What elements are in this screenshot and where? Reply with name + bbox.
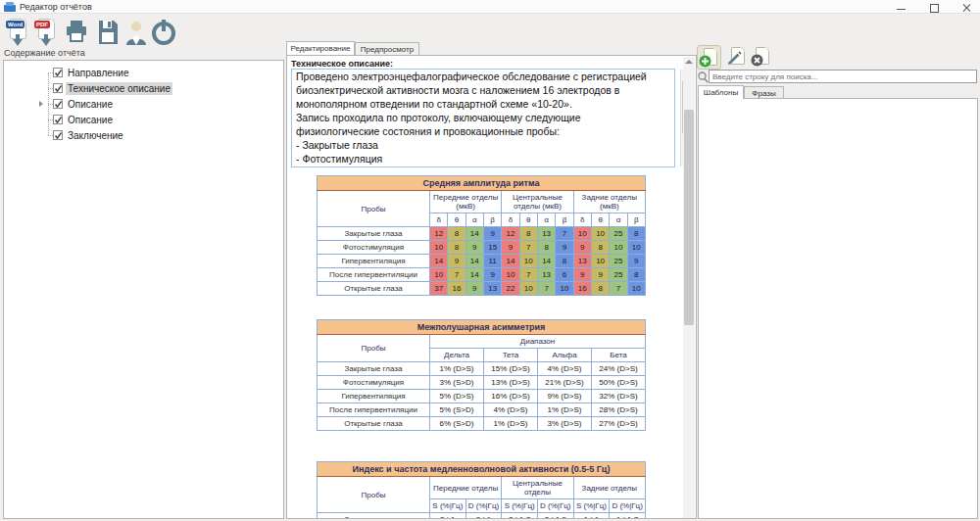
- table-group-header: Передние отделы: [430, 477, 502, 499]
- table-group-header: Центральные отделы (мкВ): [502, 191, 573, 213]
- table-cell: 27% (D>S): [592, 417, 646, 431]
- table-cell: 1% (D>S): [538, 403, 592, 417]
- table-cell: 10: [430, 241, 448, 255]
- table-cell: 8: [448, 227, 466, 241]
- table-subcol-header: β: [556, 213, 573, 227]
- table-cell: 5% (D>S): [430, 390, 484, 403]
- table-cell: 13: [573, 255, 591, 268]
- table-cell: 14: [466, 268, 483, 282]
- checkbox[interactable]: [53, 99, 63, 109]
- table-row-label: Фотостимуляция: [318, 376, 430, 390]
- table-cell: 8: [627, 227, 645, 241]
- table-cell: 4% (D>S): [538, 362, 592, 376]
- table-title: Межполушарная асимметрия: [318, 320, 646, 335]
- expander-icon[interactable]: [39, 101, 43, 107]
- table-cell: 13: [537, 227, 555, 241]
- checkbox[interactable]: [53, 68, 63, 77]
- table-cell: 10: [610, 241, 627, 255]
- search-input[interactable]: [709, 70, 977, 83]
- x-circle-icon: [751, 54, 763, 67]
- tab-editing[interactable]: Редактирование: [286, 41, 355, 55]
- check-icon: [54, 84, 63, 93]
- table-subcol-header: α: [466, 213, 483, 227]
- table-cell: 50% (D>S): [592, 376, 646, 390]
- table-title: Индекс и частота медленноволновой активн…: [318, 462, 646, 477]
- report-table: Межполушарная асимметрияПробыДиапазонДел…: [317, 319, 646, 431]
- table-cell: 3 | 1: [466, 513, 502, 520]
- table-row-label: Открытые глаза: [318, 417, 430, 431]
- table-cell: 11: [483, 255, 501, 268]
- table-cell: 7: [519, 241, 537, 255]
- table-cell: 7: [610, 282, 627, 296]
- table-cell: 7: [556, 227, 573, 241]
- table-subcol-header: Дельта: [430, 349, 484, 362]
- checkbox[interactable]: [53, 115, 63, 124]
- table-subcol-header: S (%|Гц): [502, 499, 538, 513]
- power-icon: [150, 18, 177, 47]
- table-cell: 14: [502, 255, 519, 268]
- table-cell: 25: [610, 255, 627, 268]
- table-row-label: Открытые глаза: [318, 282, 430, 296]
- word-badge: Word: [6, 21, 24, 28]
- sidebar-item[interactable]: Направление: [43, 65, 175, 80]
- export-pdf-button[interactable]: PDF: [34, 18, 61, 51]
- printer-icon: [64, 18, 89, 47]
- table-cell: 5% (S>D): [430, 403, 484, 417]
- table-subcol-header: S (%|Гц): [573, 499, 610, 513]
- delete-template-button[interactable]: [750, 45, 774, 70]
- edit-template-button[interactable]: [725, 45, 750, 70]
- table-row-label: Гипервентиляция: [318, 390, 430, 403]
- patient-button[interactable]: [122, 18, 149, 51]
- scroll-up-icon[interactable]: [685, 60, 693, 64]
- sidebar-item[interactable]: Техническое описание: [43, 80, 175, 96]
- sidebar-item-label: Направление: [66, 67, 130, 79]
- sidebar-item[interactable]: Описание: [43, 96, 175, 112]
- pdf-badge: PDF: [34, 21, 50, 28]
- app-icon: [4, 2, 16, 12]
- table-cell: 10: [591, 227, 609, 241]
- table-cell: 8: [556, 255, 573, 268]
- table-cell: 8: [627, 268, 645, 282]
- close-button[interactable]: [958, 3, 974, 12]
- table-cell: 1% (D>S): [430, 362, 484, 376]
- sidebar-item[interactable]: Описание: [43, 112, 175, 127]
- table-cell: 10: [627, 282, 645, 296]
- save-button[interactable]: [94, 18, 121, 51]
- maximize-button[interactable]: [927, 3, 943, 12]
- checkbox[interactable]: [53, 83, 63, 93]
- export-word-button[interactable]: Word: [6, 18, 32, 51]
- add-template-button[interactable]: [697, 45, 721, 70]
- table-cell: 10: [556, 282, 573, 296]
- templates-list[interactable]: [698, 98, 978, 519]
- report-table: Индекс и частота медленноволновой активн…: [317, 461, 646, 519]
- table-cell: 8: [448, 241, 466, 255]
- table-subcol-header: α: [537, 213, 555, 227]
- sidebar-item-label: Заключение: [66, 129, 125, 142]
- check-icon: [54, 116, 63, 124]
- table-group-header: Задние отделы (мкВ): [573, 191, 645, 213]
- checkbox[interactable]: [53, 130, 63, 140]
- table-probe-header: Пробы: [318, 191, 430, 227]
- plus-circle-icon: [699, 55, 711, 68]
- minimize-button[interactable]: [894, 3, 909, 12]
- table-row-label: Гипервентиляция: [318, 255, 430, 268]
- table-group-header: Передние отделы (мкВ): [430, 191, 502, 213]
- scroll-thumb[interactable]: [684, 110, 694, 325]
- table-cell: 4% (D>S): [484, 403, 538, 417]
- power-button[interactable]: [150, 18, 176, 51]
- tab-templates[interactable]: Шаблоны: [698, 85, 744, 99]
- table-cell: 14: [430, 255, 448, 268]
- table-cell: 8: [537, 241, 555, 255]
- sidebar-item[interactable]: Заключение: [43, 127, 175, 143]
- table-cell: 22: [502, 282, 519, 296]
- panel-scrollbar[interactable]: [683, 57, 695, 518]
- table-row-label: Закрытые глаза: [318, 227, 430, 241]
- table-subcol-header: β: [627, 213, 645, 227]
- window-title: Редактор отчётов: [20, 2, 92, 12]
- table-cell: 3 | 1: [430, 513, 466, 520]
- check-icon: [54, 69, 63, 77]
- tab-preview[interactable]: Предпросмотр: [355, 42, 419, 55]
- table-cell: 15: [483, 241, 501, 255]
- print-button[interactable]: [63, 18, 89, 51]
- technical-description-textarea[interactable]: Проведено электроэнцефалографическое обс…: [291, 69, 675, 167]
